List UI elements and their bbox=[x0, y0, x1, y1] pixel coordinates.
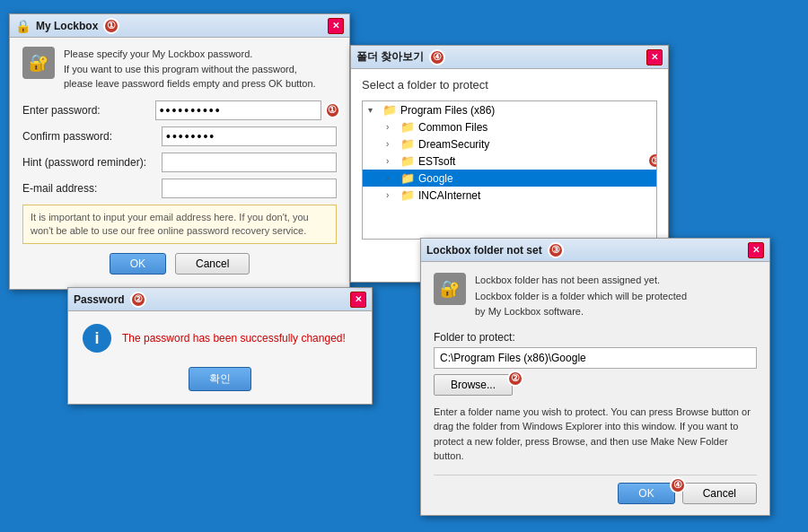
callout-1: ① bbox=[103, 18, 119, 34]
win-lockbox-content: 🔐 Please specify your My Lockbox passwor… bbox=[10, 38, 349, 289]
win-notset-close[interactable]: ✕ bbox=[748, 242, 764, 258]
notice-box: It is important to input your email addr… bbox=[22, 205, 337, 245]
lockbox-icon: 🔒 bbox=[15, 19, 31, 33]
notset-desc: Enter a folder name you wish to protect.… bbox=[434, 405, 757, 464]
tree-label: Google bbox=[418, 172, 453, 185]
tree-label: Common Files bbox=[418, 121, 487, 134]
enter-password-input[interactable] bbox=[155, 100, 321, 120]
lockbox-cancel-button[interactable]: Cancel bbox=[175, 253, 250, 275]
notset-text: Lockbox folder has not been assigned yet… bbox=[475, 273, 687, 320]
desktop: 🔒 My Lockbox ① ✕ 🔐 Please specify your M… bbox=[0, 0, 808, 532]
folder-icon: 📁 bbox=[382, 103, 397, 117]
folder-icon: 📁 bbox=[400, 171, 415, 185]
win-notset: Lockbox folder not set ③ ✕ 🔐 Lockbox fol… bbox=[420, 238, 770, 516]
win-lockbox-close[interactable]: ✕ bbox=[328, 18, 344, 34]
enter-password-label: Enter password: bbox=[22, 104, 155, 117]
confirm-password-label: Confirm password: bbox=[22, 130, 162, 143]
tree-arrow: › bbox=[386, 122, 399, 132]
notset-btn-row: OK ④ Cancel bbox=[434, 475, 757, 504]
tree-arrow: › bbox=[386, 173, 399, 183]
ok-btn-container: OK ④ bbox=[618, 483, 674, 504]
tree-item[interactable]: › 📁 DreamSecurity bbox=[363, 135, 656, 153]
confirm-password-input[interactable] bbox=[162, 126, 337, 146]
folder-path-input[interactable] bbox=[434, 347, 757, 369]
enter-password-row: Enter password: ① bbox=[22, 100, 337, 120]
win-notset-titlebar: Lockbox folder not set ③ ✕ bbox=[421, 239, 769, 262]
confirm-button[interactable]: 확인 bbox=[189, 367, 251, 391]
email-label: E-mail address: bbox=[22, 182, 162, 195]
tree-arrow: › bbox=[386, 190, 399, 200]
tree-item[interactable]: › 📁 INCAInternet bbox=[363, 187, 656, 204]
callout-3b: ③ bbox=[548, 242, 564, 258]
folder-icon: 📁 bbox=[400, 137, 415, 151]
callout-3a: ③ bbox=[647, 153, 657, 169]
info-text: Please specify your My Lockbox password.… bbox=[64, 47, 316, 92]
notset-ok-button[interactable]: OK bbox=[618, 483, 674, 504]
win-lockbox-title: 🔒 My Lockbox ① bbox=[15, 18, 119, 34]
tree-arrow: › bbox=[386, 156, 399, 166]
folder-icon: 📁 bbox=[400, 188, 415, 202]
folder-icon: 📁 bbox=[400, 120, 415, 134]
notset-lock-icon: 🔐 bbox=[434, 273, 466, 305]
browse-select-text: Select a folder to protect bbox=[362, 78, 657, 92]
notset-cancel-button[interactable]: Cancel bbox=[682, 483, 757, 504]
folder-label: Folder to protect: bbox=[434, 331, 757, 344]
email-input[interactable] bbox=[162, 179, 337, 198]
confirm-password-row: Confirm password: bbox=[22, 126, 337, 146]
tree-item[interactable]: › 📁 ESTsoft ③ bbox=[363, 153, 656, 170]
email-row: E-mail address: bbox=[22, 179, 337, 198]
success-text: The password has been successfully chang… bbox=[122, 332, 346, 344]
info-row: 🔐 Please specify your My Lockbox passwor… bbox=[22, 47, 337, 92]
tree-item[interactable]: ▾ 📁 Program Files (x86) bbox=[363, 101, 656, 118]
lock-icon: 🔐 bbox=[22, 47, 55, 79]
win-notset-content: 🔐 Lockbox folder has not been assigned y… bbox=[421, 262, 769, 515]
tree-label: Program Files (x86) bbox=[400, 104, 495, 117]
tree-label: INCAInternet bbox=[418, 189, 480, 202]
info-icon: i bbox=[83, 324, 111, 353]
tree-label: ESTsoft bbox=[418, 155, 455, 168]
confirm-btn-row: 확인 bbox=[83, 367, 357, 391]
success-row: i The password has been successfully cha… bbox=[83, 324, 357, 353]
browse-button[interactable]: Browse... bbox=[434, 374, 513, 396]
win-password: Password ② ✕ i The password has been suc… bbox=[67, 287, 373, 405]
lockbox-ok-button[interactable]: OK bbox=[110, 253, 166, 275]
tree-arrow: › bbox=[386, 139, 399, 149]
folder-tree[interactable]: ▾ 📁 Program Files (x86) › 📁 Common Files… bbox=[362, 100, 657, 240]
win-password-titlebar: Password ② ✕ bbox=[68, 288, 372, 311]
win-lockbox-titlebar: 🔒 My Lockbox ① ✕ bbox=[10, 14, 349, 38]
win-password-close[interactable]: ✕ bbox=[350, 292, 366, 308]
win-browse-title: 폴더 찾아보기 ④ bbox=[356, 49, 445, 65]
folder-icon: 📁 bbox=[400, 154, 415, 168]
browse-btn-container: Browse... ② bbox=[434, 374, 513, 405]
callout-2b: ② bbox=[507, 371, 523, 387]
hint-input[interactable] bbox=[162, 153, 337, 172]
win-password-title: Password ② bbox=[74, 292, 146, 308]
tree-item[interactable]: › 📁 Common Files bbox=[363, 118, 656, 135]
callout-4a: ④ bbox=[429, 49, 445, 65]
lockbox-btn-row: OK Cancel bbox=[22, 253, 337, 280]
tree-arrow: ▾ bbox=[368, 105, 381, 115]
win-lockbox: 🔒 My Lockbox ① ✕ 🔐 Please specify your M… bbox=[9, 13, 350, 290]
notset-info-row: 🔐 Lockbox folder has not been assigned y… bbox=[434, 273, 757, 320]
win-notset-title: Lockbox folder not set ③ bbox=[426, 242, 564, 258]
hint-label: Hint (password reminder): bbox=[22, 156, 162, 169]
win-browse-close[interactable]: ✕ bbox=[646, 49, 663, 65]
hint-row: Hint (password reminder): bbox=[22, 153, 337, 172]
callout-1b: ① bbox=[325, 102, 340, 118]
tree-item[interactable]: › 📁 Google bbox=[363, 170, 656, 187]
callout-4b: ④ bbox=[670, 477, 686, 493]
tree-label: DreamSecurity bbox=[418, 138, 489, 151]
win-browse-titlebar: 폴더 찾아보기 ④ ✕ bbox=[351, 46, 668, 69]
win-password-content: i The password has been successfully cha… bbox=[68, 311, 372, 404]
callout-2: ② bbox=[130, 292, 146, 308]
